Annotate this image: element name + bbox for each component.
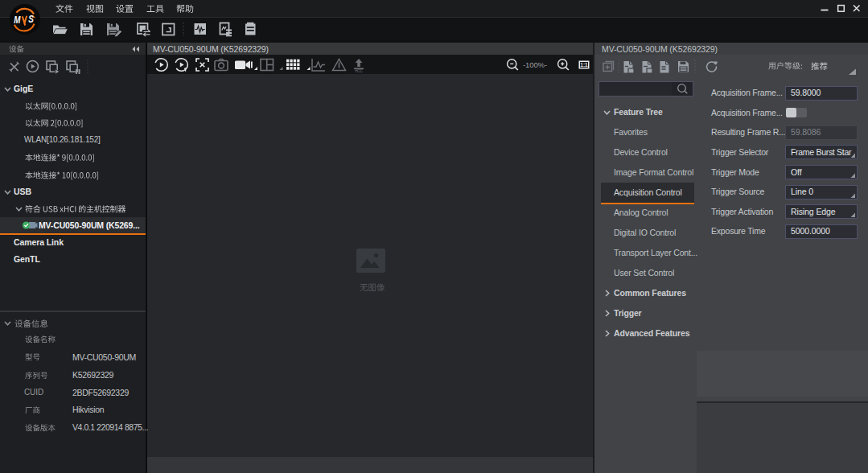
svg-text:S: S bbox=[28, 14, 34, 24]
svg-text:1:1: 1:1 bbox=[580, 62, 588, 68]
svg-text:HCC: HCC bbox=[355, 69, 363, 72]
svg-text:M: M bbox=[14, 14, 21, 25]
